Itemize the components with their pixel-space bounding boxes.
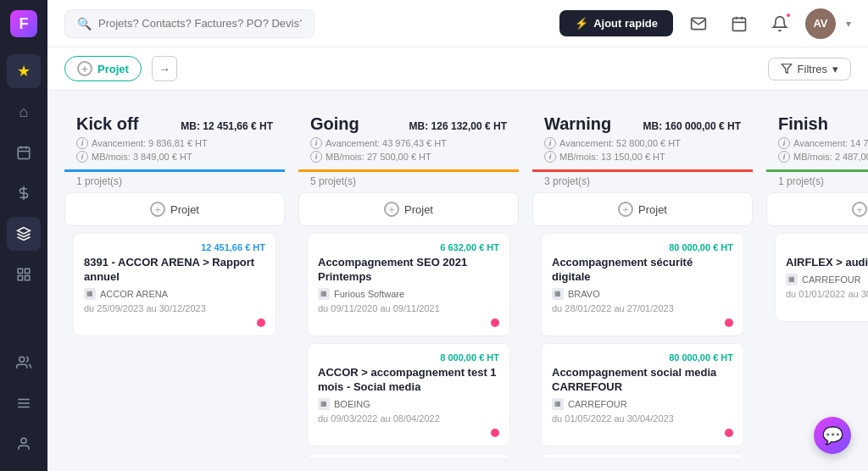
status-dot	[725, 429, 733, 437]
company-icon: ▦	[318, 398, 330, 410]
sidebar-item-grid[interactable]	[7, 258, 41, 291]
column-cards-kick-off: 12 451,66 € HT 8391 - ACCOR ARENA > Rapp…	[64, 226, 285, 457]
info-icon: i	[310, 137, 322, 149]
search-input[interactable]	[98, 17, 302, 30]
card-date: du 01/05/2022 au 30/04/2023	[552, 413, 733, 424]
add-projet-button-warning[interactable]: + Projet	[532, 192, 753, 226]
company-icon: ▦	[84, 288, 96, 300]
card-company: ▦ BOEING	[318, 398, 499, 410]
add-plus-icon: +	[384, 202, 399, 217]
company-icon: ▦	[786, 274, 798, 285]
card-footer	[552, 429, 733, 437]
card[interactable]: 8 000,00 € HT ACCOR > accompagnement tes…	[307, 343, 510, 446]
card-title: AIRFLEX > audit SEO	[786, 256, 868, 270]
notification-badge	[785, 12, 792, 19]
card-date: du 28/01/2022 au 27/01/2023	[552, 303, 733, 313]
projet-button[interactable]: + Projet	[64, 56, 142, 81]
column-title-finish: Finish	[778, 114, 828, 134]
card-footer	[84, 319, 265, 327]
sidebar-item-layers[interactable]	[7, 217, 41, 251]
card[interactable]: 0,00 € HT Dossier XYZ ▦ BRAVO du 27/10/2…	[541, 453, 744, 457]
card-company: ▦ CARREFOUR	[786, 274, 868, 285]
add-plus-icon: +	[150, 202, 165, 217]
add-plus-icon: +	[618, 202, 633, 217]
card[interactable]: 80 000,00 € HT Accompagnement social med…	[541, 343, 744, 446]
arrow-right-button[interactable]: →	[152, 56, 177, 81]
sidebar-item-home[interactable]: ⌂	[7, 95, 41, 129]
add-projet-button-finish[interactable]: + Projet	[766, 192, 868, 226]
avancement-going: Avancement: 43 976,43 € HT	[326, 138, 447, 148]
quick-add-button[interactable]: ⚡ Ajout rapide	[559, 10, 673, 36]
user-avatar[interactable]: AV	[805, 8, 836, 39]
column-title-kick-off: Kick off	[76, 114, 138, 134]
chat-bubble-button[interactable]: 💬	[814, 417, 851, 454]
filter-label: Filtres	[798, 63, 827, 75]
card-amount: 12 451,66 € HT	[84, 242, 265, 252]
card-date: du 09/11/2020 au 09/11/2021	[318, 303, 499, 313]
sidebar-item-stack[interactable]	[7, 386, 41, 420]
info-icon: i	[544, 137, 556, 149]
main-content: 🔍 ⚡ Ajout rapide AV ▾ + Projet → Filtres	[47, 0, 868, 471]
status-dot	[257, 319, 265, 327]
avancement-finish: Avancement: 14 700,00 € HT	[793, 138, 868, 148]
calendar-icon-button[interactable]	[724, 8, 754, 39]
column-count-going: 5 projet(s)	[298, 172, 519, 192]
card[interactable]: 82 800,00 € HT Accompt Social Media > OT…	[307, 453, 510, 457]
card-company: ▦ CARREFOUR	[552, 398, 733, 410]
info-icon2: i	[778, 151, 790, 163]
card-title: Accompagnement social media CARREFOUR	[552, 366, 733, 395]
card-amount: 8 000,00 € HT	[318, 352, 499, 363]
column-mb-warning: MB: 160 000,00 € HT	[643, 120, 741, 132]
info-icon2: i	[544, 151, 556, 163]
card[interactable]: 6 632,00 € HT Accompagnement SEO 2021 Pr…	[307, 233, 510, 336]
card-date: du 01/01/2022 au 30/06/2022	[786, 289, 868, 299]
card-footer	[318, 319, 499, 327]
mbmois-going: MB/mois: 27 500,00 € HT	[326, 152, 431, 162]
add-projet-label: Projet	[404, 203, 433, 216]
add-projet-button-kick-off[interactable]: + Projet	[64, 192, 285, 226]
sidebar: F ★ ⌂	[0, 0, 47, 471]
card[interactable]: 80 000,00 € HT Accompagnement sécurité d…	[541, 233, 744, 336]
mbmois-finish: MB/mois: 2 487,00 € HT	[793, 152, 868, 162]
card-date: du 09/03/2022 au 08/04/2022	[318, 413, 499, 424]
sidebar-item-star[interactable]: ★	[7, 54, 41, 88]
add-projet-label: Projet	[170, 203, 199, 216]
column-title-going: Going	[310, 114, 359, 134]
filter-button[interactable]: Filtres ▾	[768, 58, 851, 80]
column-warning: WarningMB: 160 000,00 € HTi Avancement: …	[532, 104, 753, 457]
column-cards-warning: 80 000,00 € HT Accompagnement sécurité d…	[532, 226, 753, 457]
card-title: Accompagnement sécurité digitale	[552, 256, 733, 285]
card-title: 8391 - ACCOR ARENA > Rapport annuel	[84, 256, 265, 285]
app-logo: F	[10, 10, 37, 37]
info-icon: i	[778, 137, 790, 149]
sidebar-item-calendar[interactable]	[7, 136, 41, 169]
svg-rect-15	[733, 18, 746, 30]
bell-icon-button[interactable]	[765, 8, 795, 39]
card[interactable]: 15 000,00 € HT AIRFLEX > audit SEO ▦ CAR…	[775, 233, 868, 322]
card[interactable]: 12 451,66 € HT 8391 - ACCOR ARENA > Rapp…	[73, 233, 276, 336]
svg-rect-7	[25, 269, 30, 273]
card-footer	[786, 304, 868, 313]
card-amount: 80 000,00 € HT	[552, 242, 733, 252]
kanban-toolbar: + Projet → Filtres ▾	[47, 47, 868, 91]
card-amount: 15 000,00 € HT	[786, 242, 868, 252]
kanban-board: Kick offMB: 12 451,66 € HTi Avancement: …	[47, 91, 868, 471]
filter-chevron: ▾	[832, 63, 838, 75]
column-mb-going: MB: 126 132,00 € HT	[409, 120, 507, 132]
column-title-warning: Warning	[544, 114, 611, 134]
sidebar-item-dollar[interactable]	[7, 176, 41, 210]
card-company: ▦ BRAVO	[552, 288, 733, 300]
search-bar[interactable]: 🔍	[64, 9, 314, 38]
company-icon: ▦	[318, 288, 330, 300]
sidebar-item-person[interactable]	[7, 427, 41, 461]
card-footer	[318, 429, 499, 437]
avatar-chevron[interactable]: ▾	[846, 18, 851, 30]
column-cards-going: 6 632,00 € HT Accompagnement SEO 2021 Pr…	[298, 226, 519, 457]
company-icon: ▦	[552, 288, 564, 300]
mail-icon-button[interactable]	[683, 8, 714, 39]
projet-button-label: Projet	[97, 63, 129, 75]
add-projet-button-going[interactable]: + Projet	[298, 192, 519, 226]
sidebar-item-users[interactable]	[7, 346, 41, 380]
card-footer	[552, 319, 733, 327]
add-plus-icon: +	[852, 202, 867, 217]
